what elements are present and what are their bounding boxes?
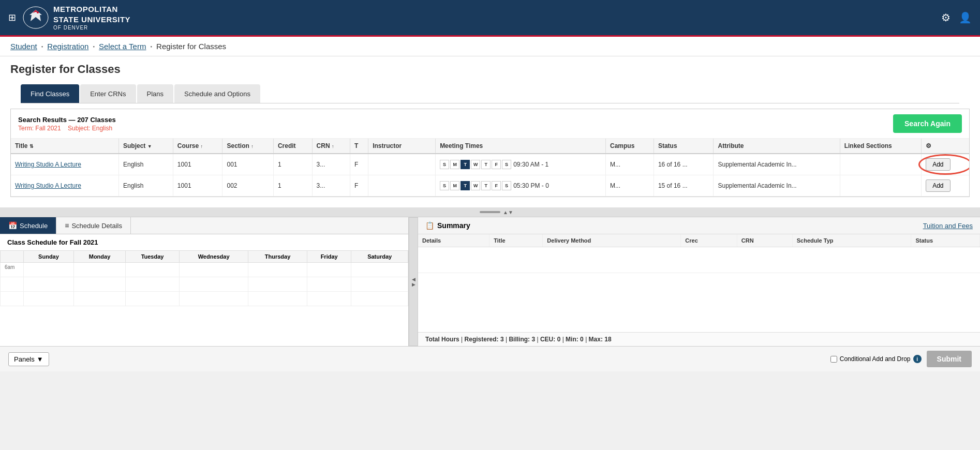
tue-6am — [126, 263, 180, 277]
summary-panel: 📋 Summary Tuition and Fees Details Title… — [418, 217, 980, 346]
tabs: Find Classes Enter CRNs Plans Schedule a… — [21, 84, 959, 103]
wed-2 — [180, 277, 248, 292]
university-name-3: OF DENVER — [53, 24, 130, 31]
results-table-wrapper: Title ⇅ Subject ▼ Course ↑ Section ↑ Cre… — [11, 139, 969, 197]
day-F1: F — [492, 160, 501, 169]
summary-col-title: Title — [489, 234, 543, 247]
eagle-logo — [22, 6, 49, 29]
col-header-crn[interactable]: CRN ↑ — [312, 139, 350, 154]
schedule-row-3 — [1, 292, 408, 306]
registered-label: Registered: — [465, 336, 499, 343]
summary-title-text: Summary — [437, 221, 470, 230]
mon-2 — [73, 277, 125, 292]
breadcrumb: Student ● Registration ● Select a Term ●… — [0, 37, 980, 56]
col-header-gear[interactable]: ⚙ — [922, 139, 969, 154]
tab-schedule[interactable]: 📅 Schedule — [0, 217, 56, 234]
logo-area: METROPOLITAN STATE UNIVERSITY OF DENVER — [22, 4, 130, 31]
tab-schedule-details[interactable]: ≡ Schedule Details — [56, 217, 131, 234]
thu-2 — [248, 277, 307, 292]
summary-col-crn: CRN — [737, 234, 792, 247]
col-header-section[interactable]: Section ↑ — [222, 139, 273, 154]
horizontal-resize-handle[interactable]: ◀ ▶ — [409, 217, 418, 346]
breadcrumb-registration[interactable]: Registration — [47, 42, 88, 51]
schedule-table: Sunday Monday Tuesday Wednesday Thursday… — [0, 250, 408, 306]
col-header-campus[interactable]: Campus — [606, 139, 654, 154]
col-header-status[interactable]: Status — [654, 139, 714, 154]
info-icon[interactable]: i — [913, 355, 922, 363]
col-header-attribute[interactable]: Attribute — [714, 139, 840, 154]
min-value: 0 — [580, 336, 584, 343]
row1-campus: M... — [606, 154, 654, 175]
tab-enter-crns[interactable]: Enter CRNs — [80, 84, 136, 103]
row2-add-button[interactable]: Add — [926, 179, 950, 192]
row2-subject: English — [119, 175, 173, 197]
grid-icon[interactable]: ⊞ — [8, 12, 16, 23]
tab-find-classes[interactable]: Find Classes — [21, 84, 79, 103]
day-T2: T — [481, 160, 491, 169]
billing-value: 3 — [531, 336, 535, 343]
col-header-title[interactable]: Title ⇅ — [11, 139, 119, 154]
col-header-linked[interactable]: Linked Sections — [840, 139, 921, 154]
monday-header: Monday — [73, 251, 125, 263]
breadcrumb-student[interactable]: Student — [10, 42, 37, 51]
user-icon[interactable]: 👤 — [959, 11, 972, 24]
panels-button[interactable]: Panels ▼ — [8, 352, 49, 366]
row2-day-W1: W — [471, 181, 480, 190]
wednesday-header: Wednesday — [180, 251, 248, 263]
ceu-label: CEU: — [540, 336, 555, 343]
settings-icon[interactable]: ⚙ — [941, 11, 951, 24]
page-title-area: Register for Classes — [0, 56, 980, 84]
summary-title: 📋 Summary — [425, 221, 470, 230]
summary-col-schedule-typ: Schedule Typ — [792, 234, 911, 247]
fri-2 — [307, 277, 351, 292]
page-title: Register for Classes — [10, 63, 970, 76]
summary-empty-cell — [418, 247, 980, 273]
row2-linked — [840, 175, 921, 197]
max-value: 18 — [604, 336, 611, 343]
row2-title-link[interactable]: Writing Studio A Lecture — [15, 182, 81, 189]
row1-add-button[interactable]: Add — [926, 158, 950, 171]
wed-3 — [180, 292, 248, 306]
search-again-button[interactable]: Search Again — [893, 114, 962, 133]
submit-button[interactable]: Submit — [927, 351, 972, 367]
sunday-header: Sunday — [24, 251, 74, 263]
col-header-credit[interactable]: Credit — [273, 139, 312, 154]
time-6am: 6am — [1, 263, 24, 277]
tuition-fees-link[interactable]: Tuition and Fees — [923, 222, 973, 230]
row1-title-link[interactable]: Writing Studio A Lecture — [15, 161, 81, 168]
col-header-instructor[interactable]: Instructor — [368, 139, 436, 154]
breadcrumb-select-term[interactable]: Select a Term — [99, 42, 146, 51]
subject-label: Subject: — [68, 125, 90, 132]
day-M1: M — [450, 160, 459, 169]
summary-col-details: Details — [418, 234, 489, 247]
search-results-header: Search Results — 207 Classes Term: Fall … — [11, 109, 969, 139]
table-row: Writing Studio A Lecture English 1001 00… — [11, 175, 969, 197]
row2-day-badges: S M T W T F S — [440, 181, 511, 190]
conditional-checkbox[interactable] — [830, 356, 837, 363]
row1-crn: 3... — [312, 154, 350, 175]
separator-3: ● — [150, 45, 152, 48]
university-name-2: STATE UNIVERSITY — [53, 14, 130, 25]
row2-day-T1: T — [461, 181, 470, 190]
registered-value: 3 — [500, 336, 504, 343]
row1-title: Writing Studio A Lecture — [11, 154, 119, 175]
tab-plans[interactable]: Plans — [137, 84, 174, 103]
row1-status: 16 of 16 ... — [654, 154, 714, 175]
col-header-meeting[interactable]: Meeting Times — [436, 139, 606, 154]
sun-6am — [24, 263, 74, 277]
search-results-title: Search Results — 207 Classes — [18, 116, 116, 124]
col-header-subject[interactable]: Subject ▼ — [119, 139, 173, 154]
tab-schedule-options[interactable]: Schedule and Options — [174, 84, 260, 103]
vertical-resize-handle[interactable]: ▲ ▼ — [0, 207, 980, 217]
sat-6am — [351, 263, 408, 277]
ceu-value: 0 — [557, 336, 561, 343]
row1-course: 1001 — [173, 154, 222, 175]
col-header-course[interactable]: Course ↑ — [173, 139, 222, 154]
summary-header: 📋 Summary Tuition and Fees — [418, 217, 980, 234]
col-header-t[interactable]: T — [350, 139, 368, 154]
header: ⊞ METROPOLITAN STATE UNIVERSITY OF DENVE… — [0, 0, 980, 35]
results-table-body: Writing Studio A Lecture English 1001 00… — [11, 154, 969, 197]
row2-meeting: S M T W T F S 05:30 PM - 0 — [436, 175, 606, 197]
mon-3 — [73, 292, 125, 306]
tuesday-header: Tuesday — [126, 251, 180, 263]
